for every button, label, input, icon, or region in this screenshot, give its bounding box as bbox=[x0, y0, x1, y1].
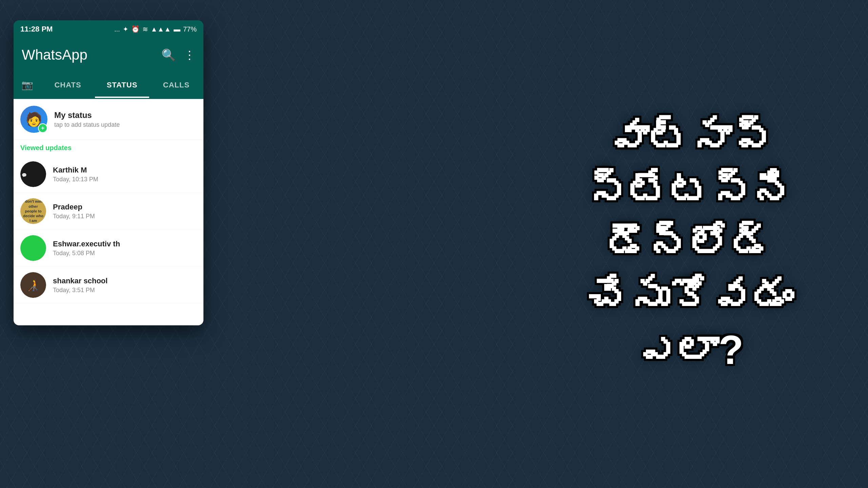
tab-status[interactable]: STATUS bbox=[95, 72, 149, 98]
contact-avatar-karthik: 💬 bbox=[20, 161, 46, 187]
contact-avatar-eshwar bbox=[20, 235, 46, 261]
contact-avatar-shankar: 🧑‍🦯 bbox=[20, 272, 46, 298]
my-status-row[interactable]: 🧑 + My status tap to add status update bbox=[14, 99, 203, 140]
app-title: WhatsApp bbox=[22, 47, 87, 63]
my-status-subtitle: tap to add status update bbox=[54, 121, 120, 128]
viewed-updates-label: Viewed updates bbox=[20, 144, 72, 151]
contact-time: Today, 3:51 PM bbox=[53, 287, 107, 294]
signal-dots-icon: ... bbox=[114, 25, 120, 33]
phone-mockup: 11:28 PM ... ✦ ⏰ ≋ ▲▲▲ ▬ 77% WhatsApp 🔍 … bbox=[14, 20, 203, 325]
contact-name: Eshwar.executiv th bbox=[53, 240, 120, 248]
contact-avatar-pradeep: I don't want other people to decide who … bbox=[20, 198, 46, 224]
list-item[interactable]: Eshwar.executiv th Today, 5:08 PM bbox=[14, 230, 203, 267]
bluetooth-icon: ✦ bbox=[123, 25, 129, 33]
contact-time: Today, 9:11 PM bbox=[53, 213, 95, 220]
telugu-overlay-text: వాట్సాప్ స్టేటస్ని డౌన్లోడ్ చేసుకోవడం ఎల… bbox=[546, 112, 834, 376]
contact-time: Today, 10:13 PM bbox=[53, 176, 98, 183]
tab-chats[interactable]: CHATS bbox=[41, 72, 95, 98]
status-bar: 11:28 PM ... ✦ ⏰ ≋ ▲▲▲ ▬ 77% bbox=[14, 20, 203, 38]
viewed-updates-header: Viewed updates bbox=[14, 140, 203, 156]
app-header: WhatsApp 🔍 ⋮ bbox=[14, 38, 203, 72]
battery-percent: 77% bbox=[183, 25, 197, 33]
list-item[interactable]: 🧑‍🦯 shankar school Today, 3:51 PM bbox=[14, 267, 203, 304]
search-icon[interactable]: 🔍 bbox=[161, 48, 176, 62]
list-item[interactable]: 💬 Karthik M Today, 10:13 PM bbox=[14, 156, 203, 193]
contact-info-karthik: Karthik M Today, 10:13 PM bbox=[53, 166, 98, 183]
more-options-icon[interactable]: ⋮ bbox=[184, 48, 195, 62]
contact-time: Today, 5:08 PM bbox=[53, 250, 120, 257]
my-status-title: My status bbox=[54, 110, 120, 120]
battery-icon: ▬ bbox=[174, 25, 180, 33]
contact-info-shankar: shankar school Today, 3:51 PM bbox=[53, 277, 107, 294]
add-status-button[interactable]: + bbox=[38, 123, 47, 133]
alarm-icon: ⏰ bbox=[131, 25, 140, 33]
signal-bars-icon: ▲▲▲ bbox=[151, 25, 171, 33]
wifi-icon: ≋ bbox=[142, 25, 148, 33]
status-bar-time: 11:28 PM bbox=[20, 25, 53, 34]
pradeep-avatar-img: I don't want other people to decide who … bbox=[20, 198, 46, 224]
status-bar-icons: ... ✦ ⏰ ≋ ▲▲▲ ▬ 77% bbox=[114, 25, 197, 33]
eshwar-avatar-img bbox=[20, 235, 46, 261]
tab-camera[interactable]: 📷 bbox=[14, 72, 41, 98]
list-item[interactable]: I don't want other people to decide who … bbox=[14, 193, 203, 230]
contact-name: Pradeep bbox=[53, 203, 95, 211]
tab-bar: 📷 CHATS STATUS CALLS bbox=[14, 72, 203, 99]
shankar-avatar-img: 🧑‍🦯 bbox=[20, 272, 46, 298]
contact-name: Karthik M bbox=[53, 166, 98, 175]
contact-info-eshwar: Eshwar.executiv th Today, 5:08 PM bbox=[53, 240, 120, 257]
my-status-avatar-container: 🧑 + bbox=[20, 106, 47, 133]
contact-name: shankar school bbox=[53, 277, 107, 285]
my-status-info: My status tap to add status update bbox=[54, 110, 120, 128]
camera-icon: 📷 bbox=[21, 79, 33, 90]
content-area: 🧑 + My status tap to add status update V… bbox=[14, 99, 203, 325]
karthik-avatar-img: 💬 bbox=[20, 161, 46, 187]
contact-info-pradeep: Pradeep Today, 9:11 PM bbox=[53, 203, 95, 220]
header-actions: 🔍 ⋮ bbox=[161, 48, 195, 62]
tab-calls[interactable]: CALLS bbox=[149, 72, 203, 98]
